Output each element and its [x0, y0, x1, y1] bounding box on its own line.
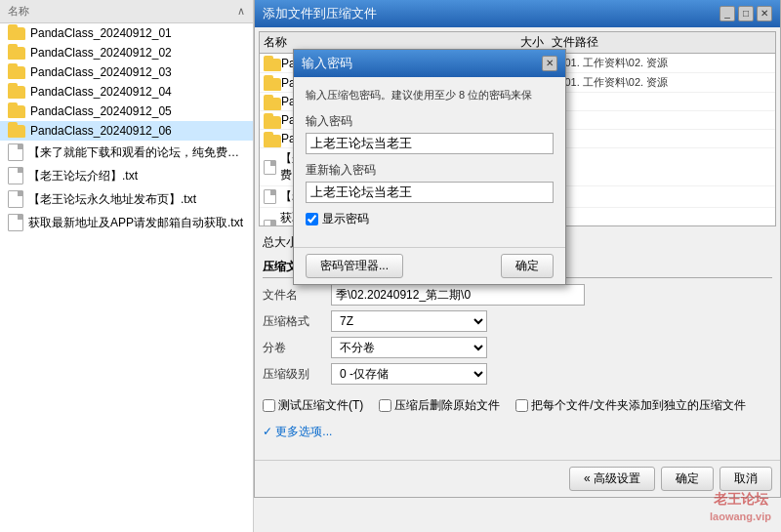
left-item-folder4[interactable]: PandaClass_20240912_04 [0, 82, 253, 102]
left-panel-title: 名称 [8, 4, 29, 19]
watermark-line1: 老王论坛 [710, 490, 771, 510]
more-options-checkmark: ✓ [263, 425, 275, 438]
left-item-label-7: 【来了就能下载和观看的论坛，纯免费！】.txt [28, 144, 245, 161]
row-folder-icon [264, 115, 277, 126]
row-folder-icon [264, 58, 277, 68]
folder-icon-4 [8, 85, 25, 99]
ok-button[interactable]: 确定 [661, 467, 714, 491]
more-options-label: 更多选项... [275, 425, 332, 438]
maximize-button[interactable]: □ [738, 6, 754, 21]
left-item-file3[interactable]: 【老王论坛永久地址发布页】.txt [0, 187, 253, 211]
separate-checkbox-label[interactable]: 把每个文件/文件夹添加到独立的压缩文件 [515, 397, 745, 414]
folder-icon-2 [8, 46, 25, 60]
level-label: 压缩级别 [263, 366, 331, 383]
split-label: 分卷 [263, 340, 331, 356]
folder-icon-1 [8, 26, 25, 40]
show-password-label: 显示密码 [322, 211, 369, 227]
folder-icon-3 [8, 65, 25, 79]
cancel-button[interactable]: 取消 [719, 467, 772, 491]
left-item-label-8: 【老王论坛介绍】.txt [28, 168, 138, 184]
password-field-label: 输入密码 [306, 113, 554, 130]
split-row: 分卷 不分卷 10 MB 50 MB [263, 337, 772, 358]
watermark: 老王论坛 laowang.vip [710, 490, 771, 524]
sort-indicator: ∧ [237, 5, 245, 18]
password-dialog: 输入密码 ✕ 输入压缩包密码。建议使用至少 8 位的密码来保 输入密码 重新输入… [293, 49, 566, 285]
left-item-label-6: PandaClass_20240912_06 [30, 124, 172, 138]
file-icon-3 [8, 190, 23, 208]
row-folder-icon [264, 77, 277, 88]
row-folder-icon [264, 97, 277, 107]
delete-checkbox-text: 压缩后删除原始文件 [394, 397, 500, 414]
advanced-settings-button[interactable]: « 高级设置 [569, 467, 655, 491]
left-item-folder1[interactable]: PandaClass_20240912_01 [0, 23, 253, 43]
bottom-buttons-row: « 高级设置 确定 取消 [255, 460, 780, 497]
format-row: 压缩格式 7Z ZIP TAR [263, 310, 772, 332]
filename-row: 文件名 [263, 284, 772, 306]
left-item-folder2[interactable]: PandaClass_20240912_02 [0, 43, 253, 62]
col-header-path: 文件路径 [552, 34, 771, 51]
left-item-folder5[interactable]: PandaClass_20240912_05 [0, 102, 253, 121]
left-item-file4[interactable]: 获取最新地址及APP请发邮箱自动获取.txt [0, 211, 253, 234]
row-path: E:\01. 工作资料\02. 资源 [552, 75, 771, 90]
level-select[interactable]: 0 -仅存储 1 -最快 5 -普通 [331, 363, 487, 385]
left-item-label-5: PandaClass_20240912_05 [30, 104, 172, 118]
separate-checkbox-text: 把每个文件/文件夹添加到独立的压缩文件 [531, 397, 745, 414]
show-password-checkbox[interactable] [306, 213, 318, 225]
minimize-button[interactable]: _ [719, 6, 735, 21]
split-select[interactable]: 不分卷 10 MB 50 MB [331, 337, 487, 358]
test-checkbox-text: 测试压缩文件(T) [278, 397, 363, 414]
filename-input[interactable] [331, 284, 585, 306]
more-options-row: ✓ 更多选项... [255, 418, 780, 446]
left-panel: 名称 ∧ PandaClass_20240912_01 PandaClass_2… [0, 0, 254, 532]
main-dialog-titlebar: 添加文件到压缩文件 _ □ ✕ [255, 0, 780, 27]
left-item-label-1: PandaClass_20240912_01 [30, 26, 172, 40]
folder-icon-5 [8, 104, 25, 118]
password-ok-button[interactable]: 确定 [501, 254, 554, 278]
main-dialog-title: 添加文件到压缩文件 [263, 5, 377, 22]
file-icon-4 [8, 214, 23, 231]
password-input[interactable] [306, 133, 554, 154]
password-info-text: 输入压缩包密码。建议使用至少 8 位的密码来保 [306, 87, 554, 103]
password-dialog-title-text: 输入密码 [302, 55, 352, 72]
close-button[interactable]: ✕ [757, 6, 772, 21]
test-checkbox-label[interactable]: 测试压缩文件(T) [263, 397, 363, 414]
left-item-label-3: PandaClass_20240912_03 [30, 65, 172, 79]
separate-checkbox[interactable] [515, 399, 528, 412]
delete-checkbox-label[interactable]: 压缩后删除原始文件 [379, 397, 500, 414]
password-dialog-close-button[interactable]: ✕ [542, 56, 557, 71]
file-icon-1 [8, 143, 23, 161]
left-item-file1[interactable]: 【来了就能下载和观看的论坛，纯免费！】.txt [0, 141, 253, 164]
left-item-file2[interactable]: 【老王论坛介绍】.txt [0, 164, 253, 187]
delete-checkbox[interactable] [379, 399, 391, 412]
titlebar-buttons: _ □ ✕ [719, 6, 772, 21]
checkboxes-row: 测试压缩文件(T) 压缩后删除原始文件 把每个文件/文件夹添加到独立的压缩文件 [255, 393, 780, 418]
row-path: E:\01. 工作资料\02. 资源 [552, 56, 771, 70]
left-item-label-10: 获取最新地址及APP请发邮箱自动获取.txt [28, 215, 243, 231]
password-dialog-content: 输入压缩包密码。建议使用至少 8 位的密码来保 输入密码 重新输入密码 显示密码 [294, 77, 565, 247]
confirm-field-label: 重新输入密码 [306, 162, 554, 179]
test-checkbox[interactable] [263, 399, 275, 412]
password-dialog-titlebar: 输入密码 ✕ [294, 50, 565, 77]
left-item-label-2: PandaClass_20240912_02 [30, 46, 172, 60]
filename-label: 文件名 [263, 287, 331, 304]
format-select[interactable]: 7Z ZIP TAR [331, 310, 487, 332]
left-item-folder3[interactable]: PandaClass_20240912_03 [0, 62, 253, 82]
left-item-folder6[interactable]: PandaClass_20240912_06 [0, 121, 253, 141]
row-folder-icon [264, 134, 277, 144]
level-row: 压缩级别 0 -仅存储 1 -最快 5 -普通 [263, 363, 772, 385]
show-password-row: 显示密码 [306, 211, 554, 227]
password-dialog-buttons: 密码管理器... 确定 [294, 247, 565, 284]
row-file-icon [264, 189, 276, 204]
left-item-label-9: 【老王论坛永久地址发布页】.txt [28, 191, 196, 208]
password-manager-button[interactable]: 密码管理器... [306, 254, 403, 278]
left-item-label-4: PandaClass_20240912_04 [30, 85, 172, 99]
format-label: 压缩格式 [263, 313, 331, 330]
folder-icon-6 [8, 124, 25, 138]
row-file-icon [264, 220, 276, 227]
watermark-line2: laowang.vip [710, 510, 771, 524]
left-panel-header: 名称 ∧ [0, 0, 253, 23]
more-options-link[interactable]: ✓ 更多选项... [263, 424, 332, 440]
row-file-icon [264, 160, 276, 175]
confirm-password-input[interactable] [306, 182, 554, 203]
file-icon-2 [8, 167, 23, 184]
